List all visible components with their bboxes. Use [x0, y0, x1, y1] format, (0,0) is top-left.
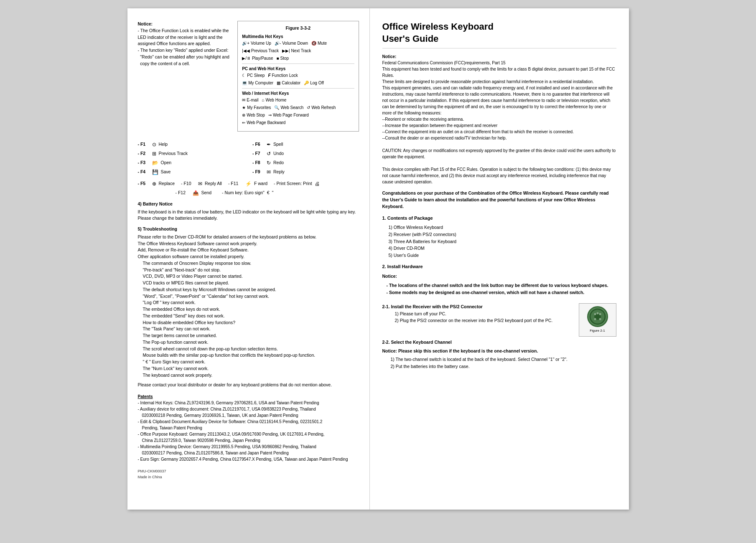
right-panel: Office Wireless Keyboard User's Guide No…: [370, 8, 629, 510]
ps2-connector-image: [587, 306, 608, 327]
function-keys: - F1 ⊙ Help - F6 ✒ Spell - F2 ⊞ Previous…: [138, 141, 359, 176]
install-2-1: Figure 2-1 2-1. Install the Receiver wit…: [382, 303, 616, 339]
patents-section: Patents - Internal Hot Keys: China ZL972…: [138, 393, 359, 462]
troubleshoot-title: 5) Troubleshooting: [138, 226, 359, 233]
notice-title: Notice:: [138, 21, 232, 28]
patents-items: - Internal Hot Keys: China ZL97243196.9,…: [138, 400, 359, 462]
figure-2-1-caption: Figure 2-1: [590, 328, 605, 334]
multimedia-title: Multimedia Hot Keys: [242, 33, 354, 40]
stop-label: Stop: [280, 55, 289, 62]
right-title: Office Wireless Keyboard User's Guide: [382, 21, 616, 48]
troubleshoot-section: 5) Troubleshooting Please refer to the D…: [138, 226, 359, 378]
fkey-f7: - F7 ↺ Undo: [252, 150, 359, 157]
install-notice-title: Notice:: [382, 273, 616, 280]
mm-row-1: 🔊+Volume Up 🔊-Volume Down 🔇Mute: [242, 40, 354, 47]
volume-down-label: Volume Down: [282, 40, 308, 47]
mm-row-2: |◀◀Previous Track ▶▶|Next Track: [242, 48, 354, 54]
fcc-title: Notice:: [382, 53, 616, 60]
pc-web-title: PC and Web Hot Keys: [242, 66, 354, 72]
fkey-f1: - F1 ⊙ Help: [138, 141, 244, 148]
fkey-f3: - F3 📂 Open: [138, 159, 244, 167]
divider-1: [242, 63, 354, 64]
troubleshoot-intro: Please refer to the Driver CD-ROM for de…: [138, 234, 359, 241]
install-header: 2. Install Hardware: [382, 263, 616, 271]
figure-2-1-box: Figure 2-1: [579, 303, 616, 337]
battery-section: 4) Battery Notice If the keyboard is in …: [138, 201, 359, 222]
bold-notice: Congratulations on your purchase of the …: [382, 190, 616, 210]
divider-2: [242, 88, 354, 89]
install-2-2: 2-2. Select the Keyboard Channel Notice:…: [382, 339, 616, 370]
extra-keys-row: - F5 ⊕ Replace - F10 ✉ Reply All - F11 ⚡…: [138, 180, 359, 188]
install-2-2-title: 2-2. Select the Keyboard Channel: [382, 339, 616, 346]
install-notice-items: - The locations of the channel switch an…: [382, 282, 616, 296]
fkey-f8: - F8 ↻ Redo: [252, 159, 359, 167]
mm-row-3: ▶/⏸Play/Pause ■Stop: [242, 55, 354, 62]
made-in: Made in China: [138, 474, 359, 480]
svg-point-3: [599, 313, 601, 315]
f2-new-label: Previous Track: [159, 150, 188, 157]
page-container: Notice: - The Office Function Lock is en…: [127, 8, 629, 510]
web-section: Web / Internet Hot Keys ✉E-mail ⌂Web Hom…: [242, 90, 354, 126]
fkey-f9: - F9 ✉ Reply: [252, 168, 359, 176]
svg-point-2: [594, 313, 596, 315]
fcc-notice: Notice: Federal Communications Commissio…: [382, 53, 616, 185]
pc-web-section: PC and Web Hot Keys ☾PC Sleep FFunction …: [242, 66, 354, 86]
left-panel: Notice: - The Office Function Lock is en…: [127, 8, 370, 510]
battery-title: 4) Battery Notice: [138, 201, 359, 208]
model-number: PMU-CKM00037: [138, 469, 359, 474]
fkey-f4: - F4 💾 Save: [138, 168, 244, 176]
notice-block: Notice: - The Office Function Lock is en…: [138, 21, 232, 132]
patents-title: Patents: [138, 393, 359, 400]
footer: PMU-CKM00037 Made in China: [138, 469, 359, 480]
contents-header: 1. Contents of Package: [382, 215, 616, 222]
contact-text: Please contact your local distributor or…: [138, 382, 359, 388]
fkey-f6: - F6 ✒ Spell: [252, 141, 359, 148]
svg-point-6: [596, 312, 598, 314]
next-track-label: Next Track: [291, 48, 311, 54]
battery-text: If the keyboard is in the status of low …: [138, 209, 359, 222]
svg-point-4: [594, 318, 596, 320]
fkey-f2: - F2 ⊞ Previous Track: [138, 150, 244, 157]
web-title: Web / Internet Hot Keys: [242, 90, 354, 97]
channel-notice: Notice: Please skip this section if the …: [382, 348, 616, 355]
figure-title: Figure 3-3-2: [242, 25, 354, 32]
troubleshoot-items: The Office Wireless Keyboard Software ca…: [138, 241, 359, 379]
f9-reply-label: Reply: [273, 169, 285, 175]
contents-list: 1) Office Wireless Keyboard 2) Receiver …: [382, 224, 616, 259]
figure-box: Figure 3-3-2 Multimedia Hot Keys 🔊+Volum…: [237, 21, 359, 132]
install-2-2-steps: 1) The two-channel switch is located at …: [382, 356, 616, 370]
f12-row: - F12 📤 Send - Num key: Euro sign" € ": [138, 189, 359, 197]
multimedia-section: Multimedia Hot Keys 🔊+Volume Up 🔊-Volume…: [242, 33, 354, 62]
svg-point-5: [599, 318, 601, 320]
notice-lines: - The Office Function Lock is enabled wh…: [138, 28, 232, 67]
